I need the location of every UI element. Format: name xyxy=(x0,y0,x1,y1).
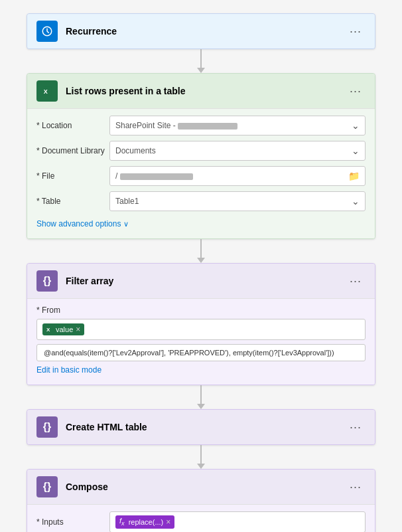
table-dropdown-icon: ⌄ xyxy=(352,196,360,207)
compose-icon: {} xyxy=(36,476,58,497)
connector-1 xyxy=(27,49,375,73)
inputs-chip-fx-icon: fx xyxy=(119,517,125,527)
from-value-chip: X value × xyxy=(42,323,84,335)
step-compose: {} Compose ··· Inputs fx replace(...) × xyxy=(27,469,375,532)
step-recurrence: Recurrence ··· xyxy=(27,13,375,49)
htmltable-more-button[interactable]: ··· xyxy=(346,419,366,436)
connector-3 xyxy=(27,385,375,409)
recurrence-more-button[interactable]: ··· xyxy=(346,23,366,40)
recurrence-icon xyxy=(36,21,58,42)
inputs-chip-close[interactable]: × xyxy=(166,517,170,527)
svg-text:X: X xyxy=(44,88,48,95)
location-label: Location xyxy=(36,121,109,130)
location-field-row: Location SharePoint Site - ⌄ xyxy=(36,116,366,135)
file-field-row: File / 📁 xyxy=(36,166,366,186)
doclibrary-field-row: Document Library Documents ⌄ xyxy=(36,141,366,161)
doclibrary-value: Documents xyxy=(115,146,349,155)
compose-more-button[interactable]: ··· xyxy=(346,479,366,495)
table-field-row: Table Table1 ⌄ xyxy=(36,191,366,211)
table-label: Table xyxy=(36,197,109,206)
listrows-title: List rows present in a table xyxy=(66,86,346,96)
svg-text:X: X xyxy=(46,327,50,332)
listrows-more-button[interactable]: ··· xyxy=(346,83,366,100)
advanced-options-link[interactable]: Show advanced options ∨ xyxy=(36,219,129,228)
inputs-field-container[interactable]: fx replace(...) × xyxy=(109,511,366,532)
connector-4 xyxy=(27,445,375,469)
location-dropdown-icon: ⌄ xyxy=(352,120,360,131)
htmltable-icon: {} xyxy=(36,416,58,438)
advanced-chevron-icon: ∨ xyxy=(123,220,129,228)
from-chip-close[interactable]: × xyxy=(76,325,80,334)
location-value: SharePoint Site - xyxy=(115,121,349,130)
inputs-field-row: Inputs fx replace(...) × xyxy=(36,511,366,532)
filterarray-more-button[interactable]: ··· xyxy=(346,273,366,290)
doclibrary-control[interactable]: Documents ⌄ xyxy=(109,141,366,161)
recurrence-title: Recurrence xyxy=(66,26,346,37)
file-label: File xyxy=(36,171,109,181)
connector-2 xyxy=(27,239,375,263)
file-control[interactable]: / 📁 xyxy=(109,166,366,186)
table-control[interactable]: Table1 ⌄ xyxy=(109,191,366,211)
step-htmltable: {} Create HTML table ··· xyxy=(27,409,375,445)
filterarray-title: Filter array xyxy=(66,276,346,286)
inputs-chip: fx replace(...) × xyxy=(115,515,174,528)
edit-basic-mode-link[interactable]: Edit in basic mode xyxy=(36,365,101,375)
from-field-row: * From xyxy=(36,306,366,315)
advanced-options-label: Show advanced options xyxy=(36,219,121,228)
location-control[interactable]: SharePoint Site - ⌄ xyxy=(109,116,366,135)
filter-condition-expression: @and(equals(item()?['Lev2Approval'], 'PR… xyxy=(36,344,366,361)
htmltable-title: Create HTML table xyxy=(66,422,346,432)
file-value: / xyxy=(115,171,346,181)
from-chip-label: value xyxy=(56,325,73,333)
listrows-icon: X xyxy=(36,80,58,102)
inputs-chip-label: replace(...) xyxy=(129,518,164,526)
compose-title: Compose xyxy=(66,482,346,492)
doclibrary-label: Document Library xyxy=(36,146,109,155)
table-value: Table1 xyxy=(115,197,349,206)
step-listrows: X List rows present in a table ··· Locat… xyxy=(27,73,375,239)
doclibrary-dropdown-icon: ⌄ xyxy=(352,145,360,156)
filterarray-icon: {} xyxy=(36,270,58,292)
from-label: * From xyxy=(36,306,60,315)
file-folder-icon: 📁 xyxy=(348,171,360,181)
inputs-label: Inputs xyxy=(36,517,109,527)
step-filterarray: {} Filter array ··· * From X value × @an… xyxy=(27,263,375,385)
from-field-container[interactable]: X value × xyxy=(36,319,366,340)
from-chip-excel-icon: X xyxy=(46,325,53,333)
